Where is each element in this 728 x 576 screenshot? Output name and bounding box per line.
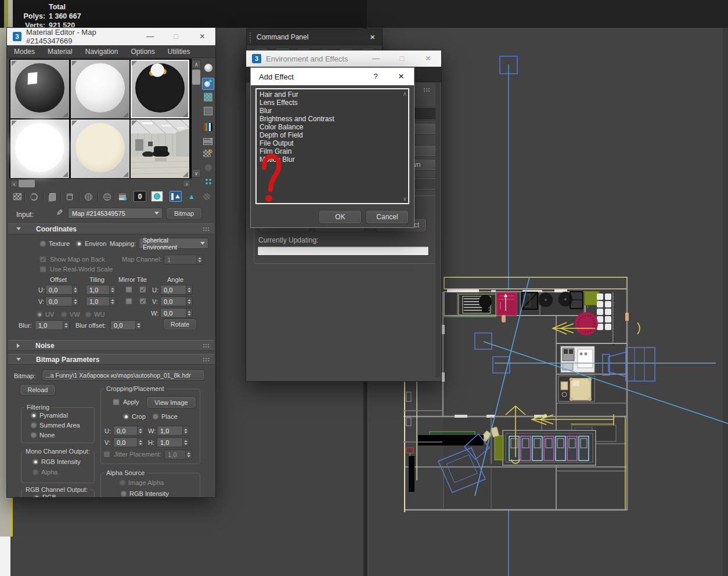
none-filter-radio[interactable] <box>30 432 37 439</box>
blur-spinner[interactable]: 1,0 <box>35 320 70 330</box>
effect-item-blur[interactable]: Blur <box>257 107 408 115</box>
crop-w-spinner[interactable]: 1,0 <box>157 426 189 436</box>
slots-scroll-left[interactable]: ‹ <box>10 180 18 187</box>
put-material-to-scene-icon[interactable] <box>28 191 39 202</box>
list-scroll-up-icon[interactable]: ∧ <box>403 90 407 97</box>
go-to-parent-icon[interactable]: ▲ <box>186 191 197 202</box>
put-to-library-icon[interactable] <box>82 191 94 202</box>
eyedropper-icon[interactable]: ✎ <box>55 209 64 216</box>
wu-radio[interactable] <box>85 311 92 318</box>
jitter-placement-checkbox[interactable] <box>103 451 110 458</box>
sample-slot-6[interactable] <box>131 119 189 178</box>
command-panel-close[interactable]: × <box>370 32 375 42</box>
noise-rollout-header[interactable]: Noise <box>8 340 214 351</box>
blur-offset-spinner[interactable]: 0,0 <box>110 320 142 330</box>
map-type-button[interactable]: Bitmap <box>167 208 201 219</box>
apply-checkbox[interactable] <box>113 399 120 405</box>
angle-v-spinner[interactable]: 0,0 <box>160 296 193 306</box>
effect-item-hair-and-fur[interactable]: Hair and Fur <box>257 90 408 99</box>
effect-item-film-grain[interactable]: Film Grain <box>257 147 408 155</box>
sample-swatch-icon[interactable] <box>202 105 214 117</box>
slots-scroll-right[interactable]: › <box>183 180 190 187</box>
menu-navigation[interactable]: Navigation <box>85 48 118 56</box>
rotate-button[interactable]: Rotate <box>164 319 196 329</box>
slots-scroll-up[interactable]: ∧ <box>192 60 201 68</box>
environ-radio[interactable] <box>75 240 82 247</box>
reload-button[interactable]: Reload <box>20 385 55 395</box>
show-background-icon[interactable] <box>151 191 163 202</box>
material-id-channel-icon[interactable]: 0 <box>134 191 146 202</box>
crop-u-spinner[interactable]: 0,0 <box>113 426 144 436</box>
save-material-icon[interactable]: ◆ <box>117 191 129 202</box>
close-button[interactable]: × <box>415 50 441 67</box>
summed-area-radio[interactable] <box>30 422 37 429</box>
mono-alpha-radio[interactable] <box>32 469 39 476</box>
offset-v-spinner[interactable]: 0,0 <box>45 296 79 306</box>
mirror-v-checkbox[interactable] <box>125 298 132 305</box>
drag-grip-icon[interactable] <box>249 32 252 42</box>
sample-slot-2[interactable] <box>71 60 129 118</box>
offset-u-spinner[interactable]: 0,0 <box>45 285 79 295</box>
mapping-dropdown[interactable]: Spherical Environment <box>139 238 208 249</box>
material-editor-titlebar[interactable]: 3 Material Editor - Map #2145347669 — □ … <box>7 28 215 45</box>
options-gear-icon[interactable]: ⚙ <box>202 147 214 160</box>
pyramidal-radio[interactable] <box>30 412 37 419</box>
help-button[interactable]: ? <box>363 68 388 85</box>
coordinates-rollout-header[interactable]: Coordinates <box>8 223 214 234</box>
view-image-button[interactable]: View Image <box>147 397 196 408</box>
slots-scroll-down[interactable]: ∨ <box>192 169 201 177</box>
close-button[interactable]: × <box>388 68 414 85</box>
environment-titlebar[interactable]: 3 Environment and Effects — □ × <box>246 50 441 67</box>
menu-material[interactable]: Material <box>48 48 73 56</box>
sample-slot-4[interactable] <box>10 119 69 178</box>
effects-scrollbar-track[interactable] <box>435 83 440 378</box>
effects-listbox[interactable]: Hair and Fur Lens Effects Blur Brightnes… <box>255 88 409 204</box>
list-scroll-down-icon[interactable]: ∨ <box>403 195 407 202</box>
effect-item-motion-blur[interactable]: Motion Blur <box>257 155 408 164</box>
uv-radio[interactable] <box>36 311 43 318</box>
use-real-world-scale-checkbox[interactable] <box>39 266 46 273</box>
menu-modes[interactable]: Modes <box>14 48 35 56</box>
minimize-button[interactable]: — <box>137 28 163 45</box>
texture-radio[interactable] <box>39 240 46 247</box>
sample-slot-1[interactable] <box>10 60 69 118</box>
cancel-button[interactable]: Cancel <box>366 211 408 223</box>
effect-item-depth-of-field[interactable]: Depth of Field <box>257 131 408 139</box>
alpha-rgb-intensity-radio[interactable] <box>120 490 127 497</box>
effect-item-color-balance[interactable]: Color Balance <box>257 123 408 131</box>
background-checker-icon[interactable] <box>202 91 214 103</box>
ok-button[interactable]: OK <box>319 211 361 223</box>
show-map-on-back-checkbox[interactable] <box>39 256 46 263</box>
video-color-check-icon[interactable] <box>202 121 214 133</box>
sample-slot-3-active[interactable] <box>131 60 189 118</box>
sample-slot-5[interactable] <box>71 119 129 178</box>
crop-v-spinner[interactable]: 0,0 <box>113 437 144 447</box>
make-preview-icon[interactable]: + <box>202 135 214 147</box>
tile-u-checkbox[interactable] <box>139 286 146 293</box>
angle-w-spinner[interactable]: 0,0 <box>160 308 193 318</box>
bitmap-path-button[interactable]: ...а Funny\1 Хабаровск из\maps\autoshop_… <box>42 370 204 380</box>
mono-rgb-intensity-radio[interactable] <box>32 458 39 465</box>
get-material-icon[interactable] <box>12 191 23 202</box>
command-panel-titlebar[interactable]: Command Panel × <box>247 29 382 45</box>
rgb-out-radio[interactable] <box>33 494 40 497</box>
effect-item-brightness-and-contrast[interactable]: Brightness and Contrast <box>257 115 408 123</box>
maximize-button[interactable]: □ <box>389 50 415 67</box>
menu-utilities[interactable]: Utilities <box>168 48 190 56</box>
jitter-placement-spinner[interactable]: 1,0 <box>164 450 192 459</box>
backlight-icon[interactable] <box>202 78 214 90</box>
make-material-copy-icon[interactable] <box>46 191 58 202</box>
minimize-button[interactable]: — <box>363 50 389 67</box>
close-button[interactable]: × <box>189 28 215 45</box>
effect-item-file-output[interactable]: File Output <box>257 139 408 147</box>
image-alpha-radio[interactable] <box>119 479 126 486</box>
vw-radio[interactable] <box>60 311 67 318</box>
crop-h-spinner[interactable]: 1,0 <box>157 437 189 447</box>
mirror-u-checkbox[interactable] <box>125 286 132 293</box>
crop-radio[interactable] <box>122 413 129 420</box>
tiling-u-spinner[interactable]: 1,0 <box>86 285 116 295</box>
input-map-dropdown[interactable]: Map #2145349575 <box>68 208 163 219</box>
tile-v-checkbox[interactable] <box>139 298 146 305</box>
bitmap-parameters-rollout-header[interactable]: Bitmap Parameters <box>8 354 214 365</box>
show-end-result-icon[interactable] <box>170 191 182 202</box>
